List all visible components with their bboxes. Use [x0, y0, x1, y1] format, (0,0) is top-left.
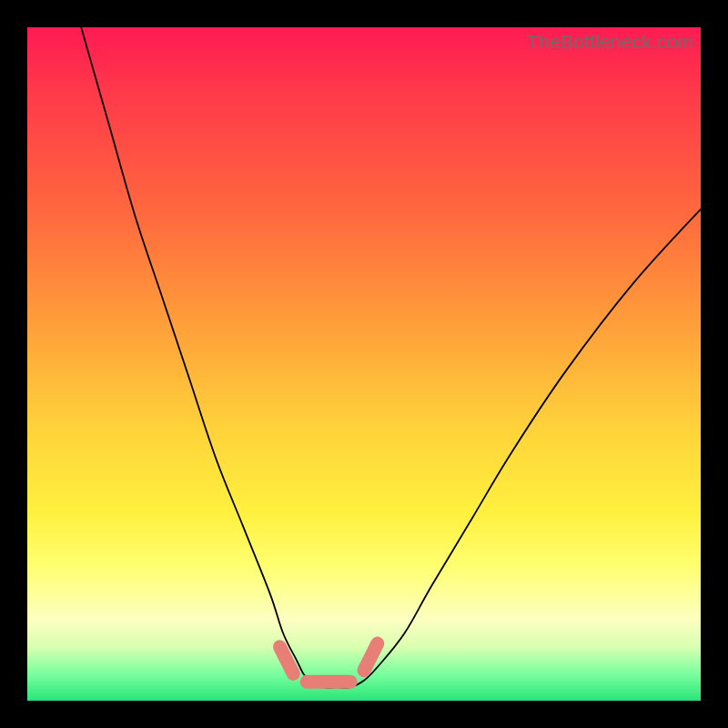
trough-marker-right	[364, 643, 378, 671]
plot-area: TheBottleneck.com	[27, 27, 701, 701]
chart-svg	[27, 27, 701, 701]
chart-frame: TheBottleneck.com	[0, 0, 728, 728]
trough-marker-left	[280, 647, 294, 674]
watermark-label: TheBottleneck.com	[527, 31, 693, 53]
bottleneck-curve	[81, 27, 701, 688]
